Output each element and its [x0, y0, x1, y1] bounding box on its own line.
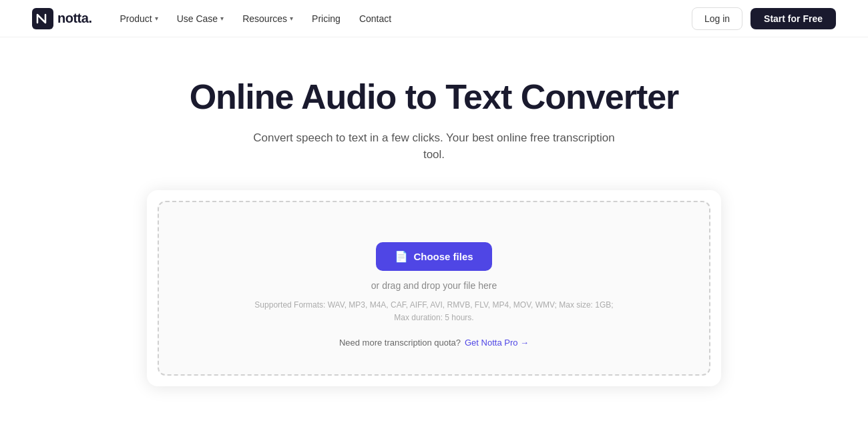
quota-row: Need more transcription quota? Get Notta… [339, 338, 529, 348]
nav-links: Product ▾ Use Case ▾ Resources ▾ Pricing… [113, 9, 398, 28]
hero-subtitle: Convert speech to text in a few clicks. … [247, 129, 621, 163]
get-notta-pro-link[interactable]: Get Notta Pro → [465, 338, 529, 348]
choose-files-button[interactable]: 📄 Choose files [376, 242, 491, 271]
logo-icon [32, 8, 53, 29]
quota-label: Need more transcription quota? [339, 338, 461, 348]
logo[interactable]: notta. [32, 8, 91, 29]
nav-item-usecase-label: Use Case [177, 13, 218, 24]
svg-rect-0 [32, 8, 53, 29]
upload-dropzone[interactable]: 📄 Choose files or drag and drop your fil… [158, 201, 710, 376]
nav-item-resources[interactable]: Resources ▾ [236, 9, 300, 28]
nav-item-resources-label: Resources [242, 13, 287, 24]
nav-item-contact-label: Contact [359, 13, 391, 24]
hero-title: Online Audio to Text Converter [190, 77, 679, 117]
nav-item-usecase[interactable]: Use Case ▾ [170, 9, 230, 28]
chevron-down-icon: ▾ [290, 15, 293, 22]
nav-item-product[interactable]: Product ▾ [113, 9, 164, 28]
nav-item-product-label: Product [120, 13, 152, 24]
supported-formats-text: Supported Formats: WAV, MP3, M4A, CAF, A… [247, 299, 621, 324]
nav-item-pricing[interactable]: Pricing [305, 9, 347, 28]
chevron-down-icon: ▾ [220, 15, 224, 22]
choose-files-label: Choose files [413, 251, 473, 262]
login-button[interactable]: Log in [692, 7, 742, 30]
nav-item-pricing-label: Pricing [312, 13, 341, 24]
hero-section: Online Audio to Text Converter Convert s… [0, 37, 868, 439]
start-free-button[interactable]: Start for Free [750, 8, 836, 29]
navbar: notta. Product ▾ Use Case ▾ Resources ▾ … [0, 0, 868, 37]
upload-icon: 📄 [395, 250, 408, 263]
nav-item-contact[interactable]: Contact [353, 9, 398, 28]
chevron-down-icon: ▾ [155, 15, 158, 22]
upload-card: 📄 Choose files or drag and drop your fil… [147, 190, 721, 386]
drag-drop-text: or drag and drop your file here [371, 280, 497, 291]
nav-left: notta. Product ▾ Use Case ▾ Resources ▾ … [32, 8, 398, 29]
logo-text: notta. [57, 11, 91, 26]
nav-right: Log in Start for Free [692, 7, 836, 30]
